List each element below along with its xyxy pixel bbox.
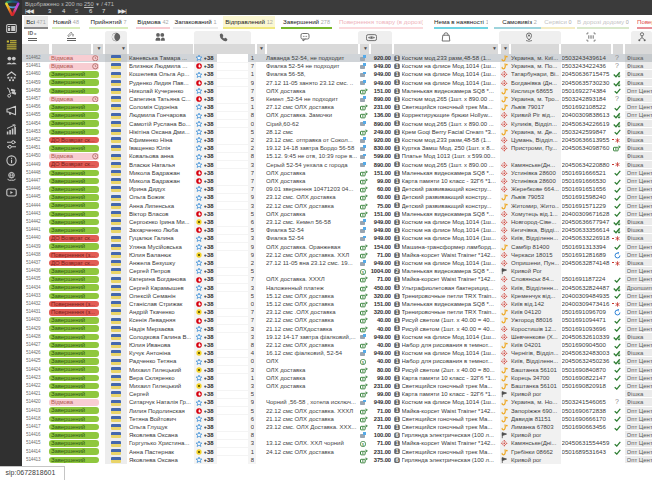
svg-text:1: 1 <box>395 64 398 69</box>
svg-text:1: 1 <box>395 89 398 94</box>
svg-text:1: 1 <box>395 113 398 118</box>
svg-text:1: 1 <box>395 326 398 331</box>
svg-text:6: 6 <box>395 458 398 463</box>
svg-text:1: 1 <box>395 203 398 208</box>
svg-text:1: 1 <box>395 146 398 151</box>
svg-text:1: 1 <box>395 343 398 348</box>
svg-text:1: 1 <box>395 425 398 430</box>
svg-text:1: 1 <box>395 105 398 110</box>
svg-text:1: 1 <box>395 72 398 77</box>
svg-text:1: 1 <box>395 384 398 389</box>
svg-text:1: 1 <box>395 359 398 364</box>
svg-text:1: 1 <box>395 351 398 356</box>
svg-text:1: 1 <box>395 449 398 454</box>
svg-text:2: 2 <box>395 269 398 274</box>
svg-text:1: 1 <box>395 253 398 258</box>
svg-text:1: 1 <box>395 417 398 422</box>
svg-text:1: 1 <box>395 408 398 413</box>
svg-text:1: 1 <box>395 285 398 290</box>
svg-text:1: 1 <box>395 130 398 135</box>
svg-text:$: $ <box>361 441 364 446</box>
svg-text:1: 1 <box>395 244 398 249</box>
svg-text:$: $ <box>361 269 364 274</box>
svg-text:1: 1 <box>395 56 398 61</box>
svg-text:1: 1 <box>395 236 398 241</box>
svg-text:1: 1 <box>395 80 398 85</box>
svg-text:1: 1 <box>395 97 398 102</box>
svg-text:1: 1 <box>395 179 398 184</box>
svg-text:1: 1 <box>395 302 398 307</box>
svg-text:1: 1 <box>395 400 398 405</box>
svg-text:1: 1 <box>395 294 398 299</box>
svg-text:1: 1 <box>395 187 398 192</box>
svg-text:1: 1 <box>395 121 398 126</box>
svg-text:1: 1 <box>395 392 398 397</box>
svg-text:1: 1 <box>395 228 398 233</box>
svg-text:1: 1 <box>395 376 398 381</box>
svg-text:1: 1 <box>395 220 398 225</box>
svg-text:1: 1 <box>395 138 398 143</box>
svg-text:1: 1 <box>395 277 398 282</box>
svg-text:6: 6 <box>395 433 398 438</box>
svg-text:1: 1 <box>395 195 398 200</box>
svg-text:1: 1 <box>395 154 398 159</box>
svg-text:1: 1 <box>395 212 398 217</box>
svg-text:1: 1 <box>395 261 398 266</box>
svg-text:1: 1 <box>395 310 398 315</box>
svg-text:1: 1 <box>395 335 398 340</box>
svg-text:1: 1 <box>395 318 398 323</box>
svg-text:1: 1 <box>395 162 398 167</box>
svg-text:1: 1 <box>395 171 398 176</box>
svg-text:2: 2 <box>395 367 398 372</box>
svg-text:1: 1 <box>395 441 398 446</box>
svg-text:$: $ <box>361 359 364 364</box>
